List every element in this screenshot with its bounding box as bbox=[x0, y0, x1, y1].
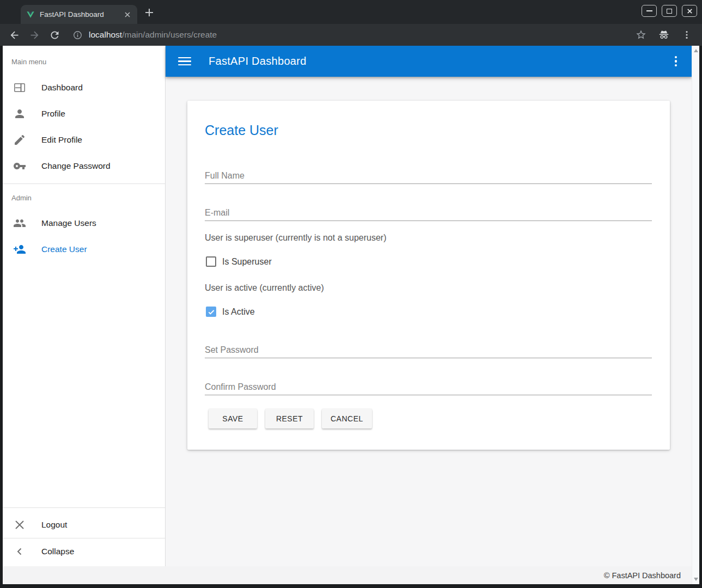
full-name-input[interactable] bbox=[205, 168, 652, 183]
back-button[interactable] bbox=[9, 29, 20, 41]
sidebar-bottom: Logout Collapse bbox=[3, 507, 165, 566]
sidebar-item-collapse[interactable]: Collapse bbox=[3, 538, 165, 564]
url-path: /main/admin/users/create bbox=[122, 30, 217, 39]
url-host: localhost bbox=[89, 30, 122, 39]
email-input[interactable] bbox=[205, 205, 652, 220]
forward-button[interactable] bbox=[29, 29, 40, 41]
app-title: FastAPI Dashboard bbox=[209, 55, 307, 68]
superuser-hint: User is superuser (currently is not a su… bbox=[205, 233, 386, 243]
bookmark-star-icon[interactable] bbox=[636, 29, 646, 40]
toolbar-actions bbox=[636, 29, 692, 41]
app-menu-kebab-icon[interactable] bbox=[675, 56, 677, 67]
sidebar-section-admin: Admin bbox=[11, 193, 165, 203]
confirm-password-field[interactable] bbox=[205, 379, 652, 395]
save-button[interactable]: SAVE bbox=[209, 409, 257, 428]
vue-favicon-icon bbox=[26, 10, 35, 19]
scroll-down-arrow-icon[interactable] bbox=[694, 578, 698, 581]
is-superuser-checkbox-row[interactable]: Is Superuser bbox=[206, 256, 272, 267]
people-icon bbox=[13, 217, 26, 230]
checkbox-unchecked-icon[interactable] bbox=[206, 256, 216, 267]
sidebar-item-label: Manage Users bbox=[41, 218, 96, 228]
sidebar-item-create-user[interactable]: Create User bbox=[3, 236, 165, 262]
create-user-card: Create User User is superuser (currently… bbox=[187, 101, 670, 450]
person-add-icon bbox=[13, 243, 26, 256]
browser-menu-kebab-icon[interactable] bbox=[681, 29, 692, 40]
reset-button[interactable]: RESET bbox=[265, 409, 314, 428]
sidebar-item-label: Collapse bbox=[41, 547, 74, 556]
sidebar-item-label: Logout bbox=[41, 520, 67, 530]
is-active-checkbox-row[interactable]: Is Active bbox=[206, 307, 255, 317]
active-hint: User is active (currently active) bbox=[205, 283, 324, 293]
sidebar-item-label: Create User bbox=[41, 244, 87, 254]
sidebar-item-dashboard[interactable]: Dashboard bbox=[3, 75, 165, 101]
set-password-input[interactable] bbox=[205, 342, 652, 358]
close-icon bbox=[13, 518, 26, 531]
sidebar-item-change-password[interactable]: Change Password bbox=[3, 153, 165, 179]
pencil-icon bbox=[13, 133, 26, 146]
site-info-icon[interactable] bbox=[72, 30, 83, 40]
set-password-field[interactable] bbox=[205, 342, 652, 358]
sidebar-item-manage-users[interactable]: Manage Users bbox=[3, 210, 165, 236]
person-icon bbox=[13, 107, 26, 120]
email-field[interactable] bbox=[205, 205, 652, 221]
browser-titlebar: FastAPI Dashboard bbox=[0, 0, 702, 24]
key-icon bbox=[13, 160, 26, 173]
page-footer: © FastAPI Dashboard bbox=[3, 566, 699, 584]
reload-button[interactable] bbox=[49, 29, 60, 41]
address-bar[interactable]: localhost/main/admin/users/create bbox=[72, 30, 217, 40]
page-viewport: Main menu Dashboard Profile Edit Profile… bbox=[3, 46, 699, 584]
maximize-icon bbox=[667, 9, 672, 14]
minimize-icon bbox=[646, 10, 652, 11]
sidebar-item-profile[interactable]: Profile bbox=[3, 101, 165, 127]
form-actions: SAVE RESET CANCEL bbox=[209, 409, 372, 428]
tab-title: FastAPI Dashboard bbox=[40, 10, 123, 19]
sidebar-section-main-menu: Main menu bbox=[11, 57, 165, 67]
close-icon bbox=[686, 8, 693, 15]
window-maximize-button[interactable] bbox=[662, 5, 677, 17]
sidebar-item-label: Change Password bbox=[41, 161, 111, 171]
chevron-left-icon bbox=[13, 545, 26, 558]
sidebar-item-label: Dashboard bbox=[41, 83, 83, 93]
url-text[interactable]: localhost/main/admin/users/create bbox=[89, 30, 217, 40]
window-close-button[interactable] bbox=[682, 5, 697, 17]
incognito-icon bbox=[658, 29, 670, 41]
page-scrollbar[interactable] bbox=[692, 46, 699, 584]
copyright-text: © FastAPI Dashboard bbox=[604, 571, 681, 580]
window-controls bbox=[642, 5, 697, 17]
sidebar-item-label: Profile bbox=[41, 109, 65, 119]
confirm-password-input[interactable] bbox=[205, 379, 652, 395]
sidebar-item-label: Edit Profile bbox=[41, 135, 82, 145]
web-icon bbox=[13, 81, 26, 94]
app-bar: FastAPI Dashboard bbox=[166, 46, 692, 77]
scroll-up-arrow-icon[interactable] bbox=[694, 49, 698, 52]
window-minimize-button[interactable] bbox=[642, 5, 657, 17]
browser-tab[interactable]: FastAPI Dashboard bbox=[21, 5, 137, 24]
cancel-button[interactable]: CANCEL bbox=[322, 409, 372, 428]
hamburger-menu-icon[interactable] bbox=[178, 55, 191, 68]
checkbox-label: Is Active bbox=[222, 307, 255, 317]
sidebar-divider bbox=[3, 183, 165, 184]
full-name-field[interactable] bbox=[205, 168, 652, 184]
page-title: Create User bbox=[205, 122, 278, 138]
sidebar: Main menu Dashboard Profile Edit Profile… bbox=[3, 46, 166, 566]
tab-close-icon[interactable] bbox=[123, 10, 132, 19]
checkbox-checked-icon[interactable] bbox=[206, 307, 216, 317]
new-tab-button[interactable] bbox=[144, 7, 155, 18]
browser-toolbar: localhost/main/admin/users/create bbox=[0, 24, 702, 46]
sidebar-item-edit-profile[interactable]: Edit Profile bbox=[3, 127, 165, 153]
sidebar-item-logout[interactable]: Logout bbox=[3, 512, 165, 538]
checkbox-label: Is Superuser bbox=[222, 257, 272, 267]
